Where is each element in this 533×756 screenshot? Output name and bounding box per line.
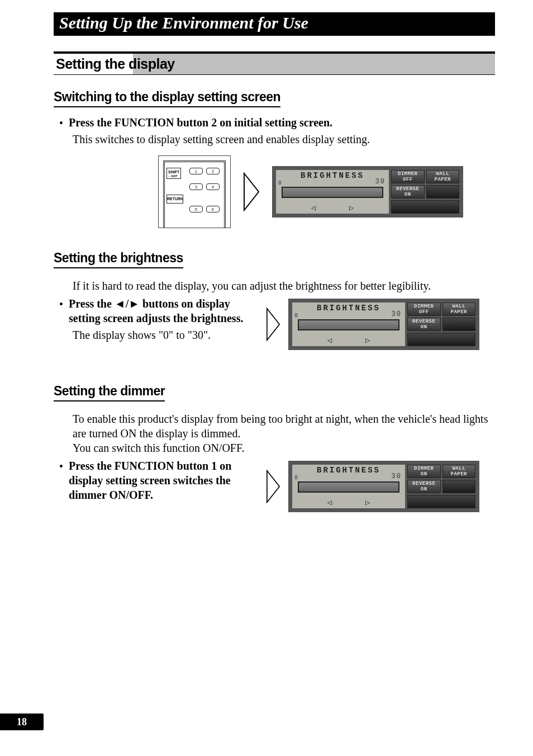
lcd-btn-empty [442,480,476,493]
lcd-btn-rev-bot: ON [404,192,411,197]
lcd-btn-dimmer-bot: ON [421,471,427,477]
lcd-buttons: DIMMER OFF WALL PAPER REVERSE ON [407,303,475,346]
remote-figure: SHIFT ← EXIT RETURN 1 2 3 4 5 6 [158,155,231,228]
svg-marker-0 [244,173,259,210]
left-right-triangle-icon: ◄/► [115,297,140,310]
bullet-row: • Press the FUNCTION button 2 on initial… [59,115,495,130]
lcd-btn-dimmer-top: DIMMER [414,304,434,309]
lcd-nav: ◁ ▷ [276,203,389,212]
lcd-scale-left: 0 [294,475,298,481]
key-5: 5 [189,206,203,212]
lcd-main: BRIGHTNESS 0 30 ◁ ▷ [292,465,405,508]
bullet-dot-icon: • [59,116,63,130]
lcd-btn-reverse: REVERSE ON [407,318,441,331]
arrow-right-icon [266,308,280,341]
lcd-main: BRIGHTNESS 0 30 ◁ ▷ [292,303,405,346]
key-2: 2 [206,168,220,174]
lcd-scale-right: 30 [375,178,386,186]
lcd-buttons: DIMMER OFF WALL PAPER REVERSE ON [391,170,459,214]
two-col-dimmer: • Press the FUNCTION button 1 on display… [54,459,495,512]
lcd-nav-left-icon: ◁ [327,336,332,345]
page-number: 18 [0,714,44,730]
shift-button [166,168,181,179]
lcd-btn-dimmer-top: DIMMER [398,171,417,177]
lcd-btn-wall-bot: PAPER [450,471,467,477]
two-col-brightness: • Press the ◄/► buttons on display setti… [54,296,495,350]
lcd-btn-empty [442,318,476,331]
lcd-buttons: DIMMER ON WALL PAPER REVERSE ON [407,465,475,508]
bullet-row: • Press the ◄/► buttons on display setti… [59,296,255,325]
bullet-body: The display shows "0" to "30". [73,328,255,342]
bullet-bold: Press the FUNCTION button 1 on display s… [69,460,231,501]
lcd-nav-left-icon: ◁ [311,203,316,212]
subsection-heading: Setting the brightness [54,251,183,268]
lcd-btn-wall-bot: PAPER [450,309,467,315]
lcd-bar [298,481,399,493]
lcd-btn-wallpaper: WALL PAPER [442,303,476,316]
lcd-panel-1: BRIGHTNESS 0 30 ◁ ▷ DIMMER OFF [272,166,463,218]
lcd-btn-rev-bot: ON [421,324,427,330]
key-4: 4 [206,183,220,190]
lcd-btn-reverse: REVERSE ON [391,185,425,199]
lcd-btn-dimmer: DIMMER OFF [391,170,425,183]
lcd-btn-dimmer-top: DIMMER [414,466,434,471]
lcd-nav-right-icon: ▷ [349,203,354,212]
section-title: Setting the display [56,54,493,74]
bullet-text: Press the FUNCTION button 2 on initial s… [69,115,332,130]
lcd-scale-left: 0 [278,180,282,186]
bullet-dot-icon: • [59,460,63,473]
lcd-nav-right-icon: ▷ [365,336,370,345]
return-button [166,195,183,204]
lcd-btn-wall-top: WALL [452,466,465,471]
bullet-bold: Press the FUNCTION button 2 on initial s… [69,116,332,129]
lcd-btn-rev-top: REVERSE [412,481,435,486]
arrow-right-icon [266,470,280,503]
subsection-switching: Switching to the display setting screen … [54,89,495,228]
key-3: 3 [189,183,203,190]
chapter-title: Setting Up the Environment for Use [59,13,489,32]
section-bar: Setting the display [54,51,495,75]
figure-brightness: BRIGHTNESS 0 30 ◁ ▷ DIMMER [266,296,479,350]
lcd-panel-2: BRIGHTNESS 0 30 ◁ ▷ DIMMER [288,299,479,350]
key-6: 6 [206,206,220,212]
svg-marker-1 [267,309,279,341]
lcd-btn-rev-top: REVERSE [412,319,435,324]
lcd-btn-wall-bot: PAPER [434,177,451,182]
lcd-btn-reverse: REVERSE ON [407,480,441,493]
arrow-right-icon [243,172,260,211]
lcd-nav-left-icon: ◁ [327,498,332,507]
lcd-title: BRIGHTNESS [292,304,405,313]
lcd-title: BRIGHTNESS [292,466,405,475]
lcd-btn-wall-top: WALL [452,304,465,309]
lcd-scale-right: 30 [392,472,402,480]
lcd-title: BRIGHTNESS [276,171,389,180]
lcd-btn-empty2 [407,333,475,346]
lcd-btn-wallpaper: WALL PAPER [426,170,460,183]
chapter-bar: Setting Up the Environment for Use [54,12,495,36]
figure-dimmer: BRIGHTNESS 0 30 ◁ ▷ DIMMER [266,459,479,512]
bullet-dot-icon: • [59,297,63,311]
lcd-btn-dimmer: DIMMER OFF [407,303,441,316]
lcd-nav-right-icon: ▷ [365,498,370,507]
subsection-heading: Switching to the display setting screen [54,89,280,107]
lcd-bar [298,319,399,330]
intro-text: If it is hard to read the display, you c… [73,278,495,293]
bullet-body: This switches to display setting screen … [73,132,495,147]
key-1: 1 [189,168,203,174]
lcd-btn-empty2 [407,495,475,508]
bullet-bold-pre: Press the [69,297,115,310]
lcd-nav: ◁ ▷ [292,498,405,507]
lcd-scale-right: 30 [392,310,402,318]
lcd-btn-wall-top: WALL [436,171,449,177]
subsection-brightness: Setting the brightness If it is hard to … [54,251,495,350]
lcd-panel-3: BRIGHTNESS 0 30 ◁ ▷ DIMMER [288,461,479,512]
subsection-dimmer: Setting the dimmer To enable this produc… [54,384,495,512]
lcd-nav: ◁ ▷ [292,336,405,345]
lcd-btn-dimmer: DIMMER ON [407,465,441,478]
intro-text: To enable this product's display from be… [73,412,495,455]
remote-inner: SHIFT ← EXIT RETURN 1 2 3 4 5 6 [163,160,226,228]
svg-marker-2 [267,471,279,503]
lcd-btn-dimmer-bot: OFF [419,309,429,315]
lcd-btn-rev-top: REVERSE [396,186,419,192]
lcd-btn-empty2 [391,200,459,214]
